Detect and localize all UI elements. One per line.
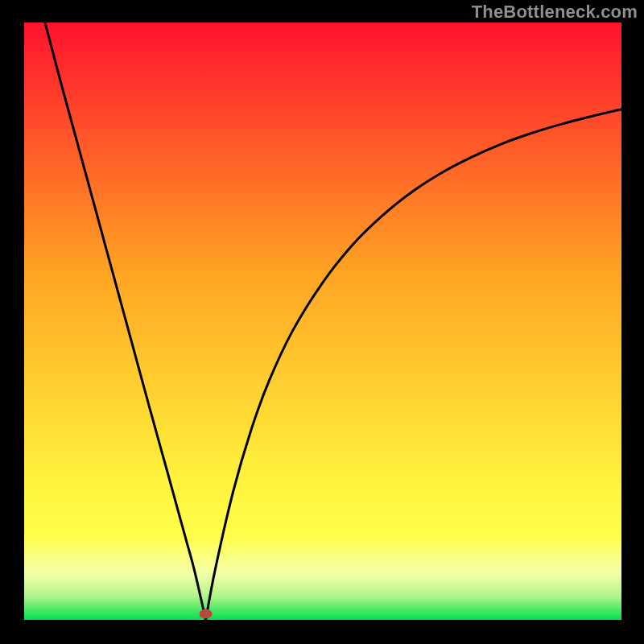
gradient-plot-area bbox=[24, 23, 621, 620]
watermark-label: TheBottleneck.com bbox=[472, 2, 638, 23]
chart-frame: TheBottleneck.com bbox=[0, 0, 644, 644]
bottleneck-chart bbox=[24, 23, 621, 620]
minimum-marker bbox=[200, 609, 213, 619]
